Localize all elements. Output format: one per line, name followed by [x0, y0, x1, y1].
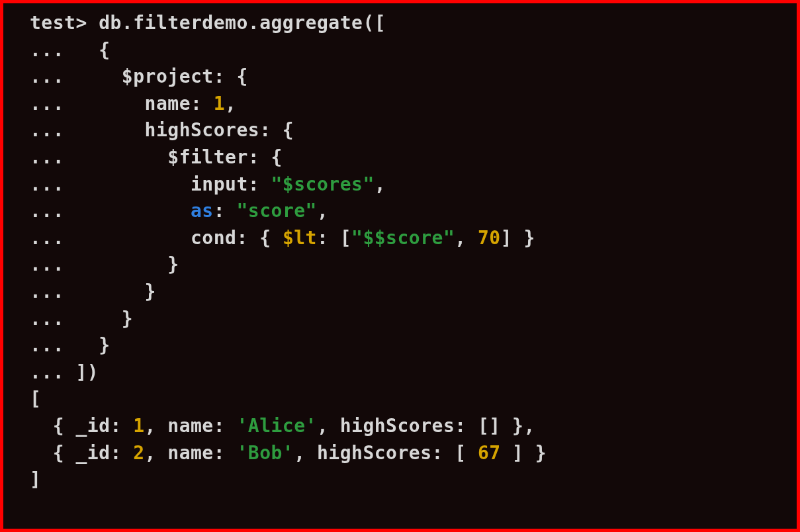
terminal-window[interactable]: test> db.filterdemo.aggregate([... {... …: [0, 0, 800, 532]
string-literal: "score": [236, 200, 317, 222]
code-text: {: [64, 39, 110, 61]
output-line: { _id: 2, name: 'Bob', highScores: [ 67 …: [30, 440, 782, 467]
continuation-prompt: ...: [30, 334, 64, 356]
string-literal: "$$score": [351, 227, 455, 249]
continuation-prompt: ...: [30, 361, 64, 383]
string-literal: "$scores": [271, 173, 375, 195]
continuation-prompt: ...: [30, 146, 64, 168]
output-text: { _id:: [30, 442, 133, 464]
operator: $lt: [283, 227, 317, 249]
code-text: $project: {: [64, 66, 248, 87]
code-text: cond: {: [64, 227, 283, 249]
output-text: , highScores: [] },: [317, 415, 535, 437]
output-text: , name:: [145, 415, 237, 437]
continuation-prompt: ...: [30, 281, 64, 302]
number-literal: 1: [214, 93, 225, 114]
continuation-prompt: ...: [30, 200, 64, 222]
shell-prompt: test>: [30, 12, 87, 34]
code-line: ... highScores: {: [30, 117, 782, 144]
number-literal: 67: [478, 442, 501, 464]
code-text: }: [64, 334, 110, 356]
code-text: ,: [225, 93, 236, 114]
continuation-prompt: ...: [30, 66, 64, 87]
output-line: ]: [30, 466, 782, 494]
continuation-prompt: ...: [30, 39, 64, 61]
code-text: :: [214, 200, 237, 222]
string-literal: 'Bob': [236, 442, 294, 464]
continuation-prompt: ...: [30, 93, 64, 114]
code-text: ]): [64, 361, 99, 383]
code-line: ... name: 1,: [30, 91, 782, 118]
code-text: input:: [64, 173, 271, 195]
code-text: [64, 200, 191, 222]
code-text: ,: [375, 173, 386, 195]
string-literal: 'Alice': [236, 415, 317, 437]
code-text: ,: [317, 200, 328, 222]
code-line: ... }: [30, 279, 782, 306]
code-line: ... input: "$scores",: [30, 171, 782, 199]
code-line: ... as: "score",: [30, 198, 782, 225]
code-text: }: [64, 308, 133, 330]
output-line: [: [30, 386, 782, 413]
code-line: ... $filter: {: [30, 144, 782, 171]
code-text: highScores: {: [64, 119, 294, 141]
code-text: $filter: {: [64, 146, 283, 168]
code-line: test> db.filterdemo.aggregate([: [30, 10, 782, 37]
code-line: ... {: [30, 37, 782, 64]
output-text: ] }: [501, 442, 547, 464]
number-literal: 70: [478, 227, 501, 249]
code-line: ... }: [30, 332, 782, 359]
number-literal: 1: [133, 415, 144, 437]
code-line: ... }: [30, 306, 782, 333]
continuation-prompt: ...: [30, 308, 64, 330]
number-literal: 2: [133, 442, 144, 464]
code-text: ,: [455, 227, 478, 249]
output-text: { _id:: [30, 415, 133, 437]
output-text: [: [30, 388, 41, 410]
code-text: : [: [317, 227, 351, 249]
continuation-prompt: ...: [30, 173, 64, 195]
continuation-prompt: ...: [30, 119, 64, 141]
code-line: ... cond: { $lt: ["$$score", 70] }: [30, 225, 782, 252]
code-line: ... $project: {: [30, 64, 782, 91]
code-line: ... }: [30, 251, 782, 279]
code-line: ... ]): [30, 359, 782, 386]
continuation-prompt: ...: [30, 253, 64, 275]
output-line: { _id: 1, name: 'Alice', highScores: [] …: [30, 413, 782, 440]
code-text: }: [64, 281, 156, 302]
continuation-prompt: ...: [30, 227, 64, 249]
code-text: ] }: [501, 227, 535, 249]
output-text: ]: [30, 468, 41, 490]
code-text: name:: [64, 93, 214, 114]
code-text: db.filterdemo.aggregate([: [87, 12, 386, 34]
code-text: }: [64, 253, 179, 275]
output-text: , highScores: [: [294, 442, 478, 464]
keyword: as: [191, 200, 214, 222]
output-text: , name:: [145, 442, 237, 464]
